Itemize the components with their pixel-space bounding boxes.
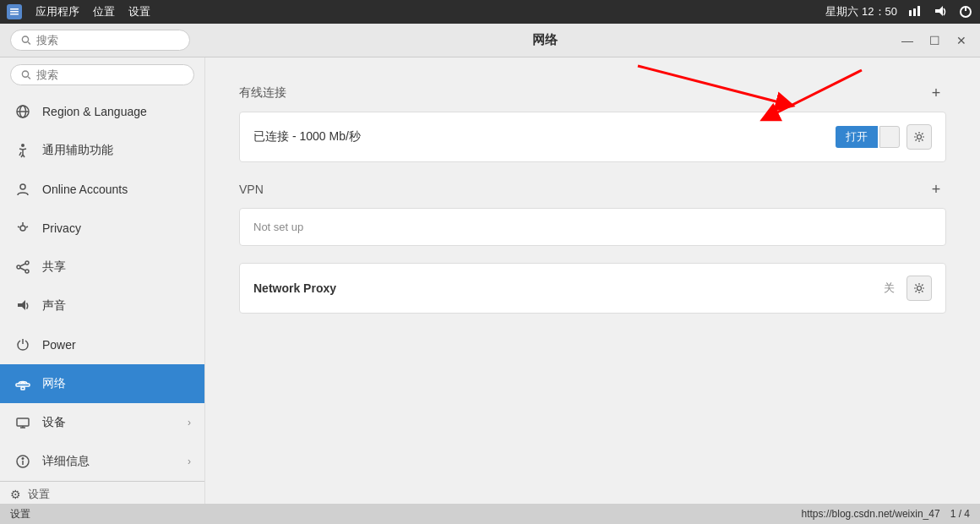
svg-point-34 xyxy=(917,287,922,291)
svg-point-9 xyxy=(22,36,28,42)
privacy-icon xyxy=(14,219,32,237)
svg-line-22 xyxy=(20,268,25,270)
wired-connection-row: 已连接 - 1000 Mb/秒 打开 xyxy=(240,112,945,161)
details-label: 详细信息 xyxy=(42,454,177,469)
footer-gear-icon: ⚙ xyxy=(10,488,21,501)
vpn-add-button[interactable]: + xyxy=(926,179,946,199)
main-content: 有线连接 + 已连接 - 1000 Mb/秒 打开 xyxy=(205,57,980,504)
devices-label: 设备 xyxy=(42,415,177,430)
maximize-button[interactable]: ☐ xyxy=(926,32,943,49)
region-language-icon xyxy=(14,102,32,121)
window-controls: — ☐ ✕ xyxy=(899,32,970,49)
sidebar-item-sharing[interactable]: 共享 xyxy=(0,248,204,287)
search-icon xyxy=(21,35,31,46)
app-menu-icon[interactable] xyxy=(7,4,22,19)
wired-card: 已连接 - 1000 Mb/秒 打开 xyxy=(239,112,946,162)
network-sidebar-icon xyxy=(14,374,32,393)
sidebar-search-box xyxy=(10,64,194,85)
vpn-section-title: VPN xyxy=(239,183,264,196)
sidebar-item-accessibility[interactable]: 通用辅助功能 xyxy=(0,131,204,170)
sound-label: 声音 xyxy=(42,298,191,314)
svg-point-33 xyxy=(917,135,922,139)
online-accounts-label: Online Accounts xyxy=(42,183,191,196)
sidebar-item-power[interactable]: Power xyxy=(0,325,204,364)
proxy-row: Network Proxy 关 xyxy=(240,264,945,313)
sidebar-search xyxy=(0,57,204,92)
svg-rect-3 xyxy=(909,10,912,16)
svg-marker-6 xyxy=(935,6,943,16)
network-label: 网络 xyxy=(42,376,191,391)
wired-open-button[interactable]: 打开 xyxy=(836,126,878,148)
statusbar-pages: 1 / 4 xyxy=(950,508,970,520)
svg-point-16 xyxy=(21,144,24,147)
devices-chevron: › xyxy=(188,417,191,428)
sidebar-item-network[interactable]: 网络 xyxy=(0,364,204,403)
titlebar-search-box xyxy=(10,30,190,51)
datetime-label: 星期六 12：50 xyxy=(825,4,897,19)
statusbar-right: https://blog.csdn.net/weixin_47 1 / 4 xyxy=(802,508,970,520)
footer-settings-label: 设置 xyxy=(28,487,50,502)
svg-line-12 xyxy=(28,77,30,79)
wired-status-label: 已连接 - 1000 Mb/秒 xyxy=(253,129,836,145)
close-button[interactable]: ✕ xyxy=(953,32,970,49)
sidebar-item-devices[interactable]: 设备 › xyxy=(0,403,204,442)
taskbar: 应用程序 位置 设置 星期六 12：50 xyxy=(0,0,980,24)
power-sidebar-icon xyxy=(14,336,32,354)
sidebar-item-details[interactable]: 详细信息 › xyxy=(0,442,204,481)
svg-point-32 xyxy=(22,458,24,460)
network-status-icon xyxy=(907,4,923,19)
sidebar-search-input[interactable] xyxy=(36,68,183,81)
settings-window: 网络 — ☐ ✕ xyxy=(0,24,980,524)
statusbar: 设置 https://blog.csdn.net/weixin_47 1 / 4 xyxy=(0,504,980,524)
sidebar-footer: ⚙ 设置 xyxy=(0,481,204,504)
svg-rect-1 xyxy=(10,11,19,13)
devices-icon xyxy=(14,413,32,432)
svg-rect-27 xyxy=(17,418,29,426)
online-accounts-icon xyxy=(14,180,32,199)
sound-icon xyxy=(14,297,32,315)
svg-rect-0 xyxy=(10,8,19,10)
window-title: 网络 xyxy=(532,32,558,48)
titlebar-left xyxy=(10,30,190,51)
wired-settings-button[interactable] xyxy=(906,124,932,150)
content-area: Region & Language 通用辅助功能 xyxy=(0,57,980,504)
svg-point-17 xyxy=(20,184,25,189)
location-menu-label[interactable]: 位置 xyxy=(93,4,115,19)
sidebar-item-region-language[interactable]: Region & Language xyxy=(0,92,204,131)
region-language-label: Region & Language xyxy=(42,105,191,118)
svg-rect-4 xyxy=(913,8,916,16)
sharing-icon xyxy=(14,258,32,276)
sharing-label: 共享 xyxy=(42,259,191,275)
proxy-card: Network Proxy 关 xyxy=(239,263,946,314)
svg-rect-5 xyxy=(917,6,920,16)
app-menu-label[interactable]: 应用程序 xyxy=(35,4,79,19)
power-label: Power xyxy=(42,338,191,352)
wired-toggle-right-button[interactable] xyxy=(879,126,900,148)
wired-toggle-group: 打开 xyxy=(836,126,900,148)
wired-section-title: 有线连接 xyxy=(239,85,286,101)
proxy-label: Network Proxy xyxy=(253,281,884,295)
titlebar: 网络 — ☐ ✕ xyxy=(0,24,980,57)
search-input[interactable] xyxy=(36,34,179,46)
sidebar-item-privacy[interactable]: Privacy xyxy=(0,209,204,248)
wired-section-header: 有线连接 + xyxy=(239,83,946,103)
svg-rect-2 xyxy=(10,14,19,15)
wired-add-button[interactable]: + xyxy=(926,83,946,103)
proxy-settings-button[interactable] xyxy=(906,276,932,301)
power-icon[interactable] xyxy=(958,4,973,19)
details-icon xyxy=(14,452,32,471)
svg-line-10 xyxy=(28,42,30,45)
vpn-status-label: Not set up xyxy=(253,221,932,233)
accessibility-icon xyxy=(14,141,32,160)
sidebar: Region & Language 通用辅助功能 xyxy=(0,57,205,504)
vpn-status-row: Not set up xyxy=(240,209,945,245)
minimize-button[interactable]: — xyxy=(899,32,916,49)
vpn-section-header: VPN + xyxy=(239,179,946,199)
sidebar-item-sound[interactable]: 声音 xyxy=(0,287,204,325)
svg-point-20 xyxy=(17,265,20,269)
accessibility-label: 通用辅助功能 xyxy=(42,143,191,158)
svg-marker-23 xyxy=(18,300,25,310)
settings-menu-label[interactable]: 设置 xyxy=(128,4,150,19)
sidebar-item-online-accounts[interactable]: Online Accounts xyxy=(0,170,204,209)
sidebar-search-icon xyxy=(21,69,31,80)
